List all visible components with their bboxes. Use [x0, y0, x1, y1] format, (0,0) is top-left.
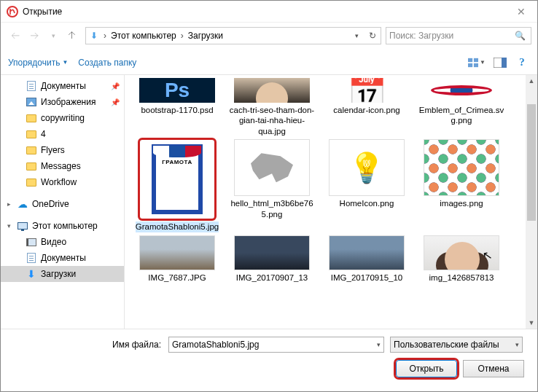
- file-item[interactable]: 📅calendar-icon.png: [321, 78, 412, 136]
- chevron-down-icon: ▾: [5, 222, 12, 230]
- help-button[interactable]: ?: [514, 56, 530, 68]
- file-item[interactable]: IMG_20170915_10: [321, 235, 412, 283]
- file-item[interactable]: cach-tri-seo-tham-don-gian-tai-nha-hieu-…: [227, 78, 317, 136]
- search-icon: 🔍: [515, 31, 528, 41]
- thumbnail: 💡: [329, 139, 405, 196]
- tree-item-4[interactable]: 4: [1, 126, 124, 142]
- dialog-footer: Имя файла: GramotaShabloni5.jpg ▾ Пользо…: [1, 329, 537, 391]
- crumb-thispc[interactable]: Этот компьютер: [108, 31, 179, 41]
- tree-item-thispc[interactable]: ▾Этот компьютер: [1, 218, 124, 234]
- chevron-down-icon: ▼: [62, 59, 68, 66]
- nav-tree: Документы📌 Изображения📌 copywriting 4 Fl…: [1, 75, 125, 329]
- chevron-down-icon: ▾: [377, 341, 381, 348]
- file-item[interactable]: IMG_20170907_13: [227, 235, 317, 283]
- svg-rect-2: [474, 58, 478, 61]
- app-icon: [7, 6, 18, 17]
- scrollbar[interactable]: ▲ ▼: [526, 75, 537, 329]
- tree-item-videos[interactable]: Видео: [1, 234, 124, 250]
- pin-icon: 📌: [111, 82, 120, 90]
- organize-menu[interactable]: Упорядочить ▼: [8, 58, 68, 68]
- svg-rect-3: [468, 63, 472, 66]
- thumbnail: [234, 235, 310, 270]
- svg-point-0: [7, 7, 17, 17]
- download-arrow-icon: ⬇: [86, 31, 102, 41]
- tree-item-documents-pc[interactable]: Документы: [1, 250, 124, 266]
- crumb-folder[interactable]: Загрузки: [185, 31, 226, 41]
- thumbnail: [424, 235, 499, 270]
- open-button[interactable]: Открыть: [396, 360, 457, 377]
- recent-dropdown[interactable]: ▾: [44, 27, 62, 44]
- file-item[interactable]: images.png: [416, 139, 507, 232]
- view-mode-button[interactable]: ▼: [467, 54, 486, 71]
- filename-combobox[interactable]: GramotaShabloni5.jpg ▾: [168, 337, 384, 353]
- tree-item-onedrive[interactable]: ▸☁OneDrive: [1, 196, 124, 212]
- file-item[interactable]: Psbootstrap-1170.psd: [132, 78, 222, 136]
- search-placeholder: Поиск: Загрузки: [389, 31, 515, 41]
- thumbnail: [424, 139, 499, 196]
- thumbnail: [234, 139, 310, 196]
- thumbnail: [234, 78, 310, 103]
- monitor-icon: [17, 220, 28, 232]
- chevron-right-icon: ›: [179, 31, 185, 41]
- search-input[interactable]: Поиск: Загрузки 🔍: [386, 27, 531, 44]
- scroll-up-icon[interactable]: ▲: [526, 75, 537, 87]
- tree-item-downloads[interactable]: ⬇Загрузки: [1, 266, 124, 282]
- tree-item-messages[interactable]: Messages: [1, 158, 124, 174]
- file-item[interactable]: hello_html_m3b6be765.png: [227, 139, 317, 232]
- filetype-value: Пользовательские файлы: [394, 340, 499, 350]
- cloud-icon: ☁: [17, 198, 28, 210]
- window-title: Открытие: [23, 7, 504, 17]
- file-item[interactable]: 💡HomeIcon.png: [321, 139, 412, 232]
- tree-item-pictures[interactable]: Изображения📌: [1, 94, 124, 110]
- chevron-right-icon: ›: [102, 31, 108, 41]
- thumbnail: Ps: [139, 78, 215, 103]
- tree-item-flyers[interactable]: Flyers: [1, 142, 124, 158]
- filename-label: Имя файла:: [1, 340, 168, 350]
- up-button[interactable]: 🡡: [63, 27, 81, 44]
- file-grid: Psbootstrap-1170.psd cach-tri-seo-tham-d…: [125, 75, 537, 329]
- file-item[interactable]: IMG_7687.JPG: [132, 235, 222, 283]
- file-item-selected[interactable]: GramotaShabloni5.jpg: [132, 139, 222, 232]
- refresh-button[interactable]: ↻: [364, 28, 381, 44]
- svg-rect-4: [474, 63, 478, 66]
- svg-rect-6: [502, 58, 507, 68]
- svg-rect-1: [468, 58, 472, 61]
- tree-item-copywriting[interactable]: copywriting: [1, 110, 124, 126]
- filetype-combobox[interactable]: Пользовательские файлы ▾: [390, 337, 523, 353]
- cancel-button[interactable]: Отмена: [463, 360, 524, 377]
- thumbnail: 📅: [329, 78, 405, 103]
- new-folder-button[interactable]: Создать папку: [78, 58, 136, 68]
- thumbnail: [139, 235, 215, 270]
- tree-item-workflow[interactable]: Workflow: [1, 174, 124, 190]
- pin-icon: 📌: [111, 98, 120, 106]
- title-bar: Открытие ✕: [1, 1, 537, 23]
- scroll-thumb[interactable]: [527, 104, 536, 221]
- back-button[interactable]: 🡠: [7, 27, 24, 44]
- download-arrow-icon: ⬇: [26, 268, 37, 280]
- toolbar: Упорядочить ▼ Создать папку ▼ ?: [1, 50, 537, 75]
- chevron-right-icon: ▸: [5, 200, 12, 208]
- preview-pane-button[interactable]: [491, 54, 510, 71]
- thumbnail: [329, 235, 405, 270]
- chevron-down-icon: ▾: [515, 341, 519, 348]
- thumbnail: [139, 139, 215, 219]
- file-item[interactable]: Emblem_of_Crimea.svg.png: [416, 78, 507, 136]
- address-bar[interactable]: ⬇ › Этот компьютер › Загрузки ▾ ↻: [85, 27, 381, 44]
- nav-row: 🡠 🡢 ▾ 🡡 ⬇ › Этот компьютер › Загрузки ▾ …: [1, 23, 537, 50]
- tree-item-documents[interactable]: Документы📌: [1, 78, 124, 94]
- address-dropdown[interactable]: ▾: [348, 28, 364, 44]
- close-button[interactable]: ✕: [504, 1, 537, 23]
- thumbnail: [424, 78, 499, 103]
- filename-value: GramotaShabloni5.jpg: [172, 340, 259, 350]
- file-item[interactable]: img_1426857813: [416, 235, 507, 283]
- forward-button[interactable]: 🡢: [26, 27, 43, 44]
- scroll-down-icon[interactable]: ▼: [526, 317, 537, 329]
